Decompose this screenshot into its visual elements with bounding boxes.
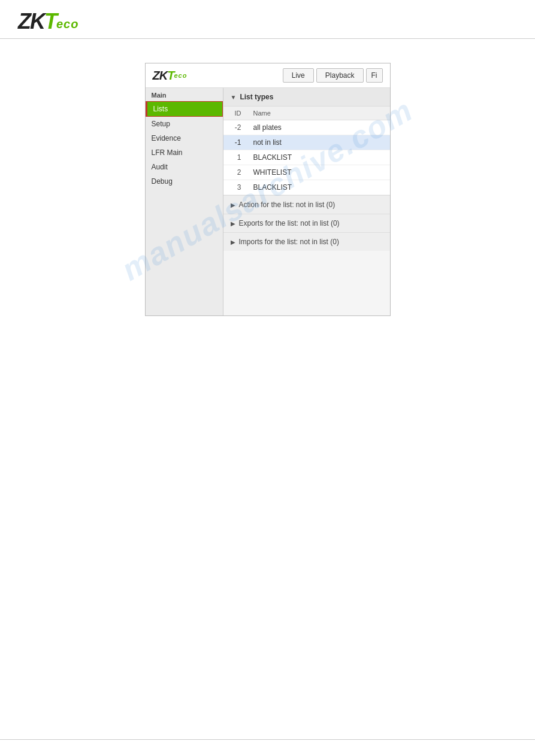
triangle-down-icon: ▼ [231,94,237,101]
sidebar: Main Lists Setup Evidence LFR Main Audit… [146,88,223,315]
app-logo-zk: ZK [153,69,168,81]
sidebar-item-debug[interactable]: Debug [146,174,223,189]
page-header: ZKTeco [0,0,535,39]
sidebar-item-lfrmain[interactable]: LFR Main [146,145,223,160]
row-id: -1 [223,135,247,150]
logo-t: T [44,11,56,32]
app-body: Main Lists Setup Evidence LFR Main Audit… [146,88,390,315]
exports-section[interactable]: ▶ Exports for the list: not in list (0) [223,214,390,232]
table-header-row: ID Name [223,107,390,120]
action-section[interactable]: ▶ Action for the list: not in list (0) [223,195,390,214]
app-logo: ZKTeco [153,69,188,81]
imports-section-label: Imports for the list: not in list (0) [239,238,339,246]
triangle-right-icon: ▶ [231,239,235,245]
sidebar-item-audit[interactable]: Audit [146,160,223,174]
action-section-label: Action for the list: not in list (0) [239,201,335,209]
app-logo-t: T [167,69,174,81]
row-id: 2 [223,165,247,180]
table-row[interactable]: 2 WHITELIST [223,165,390,180]
tab-more[interactable]: Fi [366,68,383,83]
row-name: BLACKLIST [247,180,390,195]
col-header-id: ID [223,107,247,120]
row-id: -2 [223,120,247,135]
col-header-name: Name [247,107,390,120]
app-window: ZKTeco Live Playback Fi Main Lists Setup… [145,63,391,316]
exports-section-label: Exports for the list: not in list (0) [239,219,340,227]
list-types-label: List types [240,93,273,101]
row-name: not in list [247,135,390,150]
table-row[interactable]: 1 BLACKLIST [223,150,390,165]
app-logo-eco: eco [174,71,187,81]
sidebar-section-main: Main [146,88,223,101]
app-header: ZKTeco Live Playback Fi [146,63,390,88]
logo-zk: ZK [18,11,44,32]
table-row[interactable]: -2 all plates [223,120,390,135]
imports-section[interactable]: ▶ Imports for the list: not in list (0) [223,232,390,251]
tab-playback[interactable]: Playback [316,68,364,83]
logo-eco: eco [56,16,78,32]
row-name: WHITELIST [247,165,390,180]
table-row[interactable]: 3 BLACKLIST [223,180,390,195]
row-id: 1 [223,150,247,165]
page-footer [0,739,535,756]
main-panel: ▼ List types ID Name - [223,88,390,315]
row-id: 3 [223,180,247,195]
page-content: manualsarchive.com ZKTeco Live Playback … [0,39,535,340]
sidebar-item-setup[interactable]: Setup [146,117,223,131]
list-table: ID Name -2 all plates -1 not in li [223,107,390,195]
page-logo: ZKTeco [18,11,517,32]
sidebar-item-lists[interactable]: Lists [146,101,223,117]
row-name: BLACKLIST [247,150,390,165]
tab-live[interactable]: Live [283,68,314,83]
app-nav-tabs: Live Playback Fi [283,68,383,83]
content-wrapper: manualsarchive.com ZKTeco Live Playback … [18,63,517,316]
sidebar-item-evidence[interactable]: Evidence [146,131,223,145]
triangle-right-icon: ▶ [231,220,235,227]
triangle-right-icon: ▶ [231,202,235,208]
table-row[interactable]: -1 not in list [223,135,390,150]
row-name: all plates [247,120,390,135]
list-types-header[interactable]: ▼ List types [223,88,390,107]
